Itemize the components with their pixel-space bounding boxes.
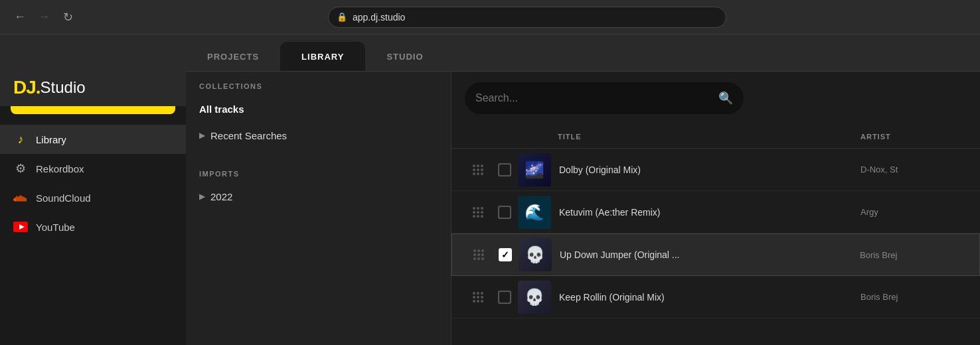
- drag-handle[interactable]: [465, 207, 491, 218]
- search-input[interactable]: [475, 92, 712, 104]
- rekordbox-icon: ⚙: [13, 161, 28, 176]
- imports-label: IMPORTS: [186, 159, 451, 183]
- 2022-label: 2022: [210, 191, 232, 202]
- all-tracks-label: All tracks: [199, 104, 244, 115]
- collection-2022[interactable]: ▶ 2022: [186, 183, 451, 210]
- drag-dots-icon: [473, 249, 484, 260]
- track-artist: D-Nox, St: [860, 165, 967, 174]
- collection-all-tracks[interactable]: All tracks: [186, 96, 451, 122]
- th-artist: ARTIST: [860, 133, 967, 141]
- tab-library[interactable]: LIBRARY: [280, 42, 365, 71]
- table-row[interactable]: 💀 Keep Rollin (Original Mix) Boris Brej: [451, 276, 980, 318]
- track-thumbnail: 🌌: [518, 153, 551, 186]
- drag-handle[interactable]: [465, 292, 491, 303]
- sidebar-label-soundcloud: SoundCloud: [36, 192, 91, 204]
- checkbox-cell[interactable]: ✓: [492, 248, 519, 261]
- top-nav: DJ. Studio PROJECTS LIBRARY STUDIO: [0, 34, 980, 72]
- browser-navigation: ← → ↻: [11, 8, 77, 27]
- drag-dots-icon: [473, 165, 483, 175]
- check-mark-icon: ✓: [501, 249, 509, 260]
- sidebar-label-library: Library: [36, 134, 66, 145]
- track-artist: Argy: [860, 207, 967, 217]
- track-checkbox[interactable]: [498, 163, 511, 176]
- browser-bar: ← → ↻ 🔒 app.dj.studio: [0, 0, 980, 34]
- sidebar-item-rekordbox[interactable]: ⚙ Rekordbox: [0, 154, 186, 183]
- url-text: app.dj.studio: [353, 12, 405, 23]
- table-header: TITLE ARTIST: [451, 125, 980, 149]
- address-bar[interactable]: 🔒 app.dj.studio: [328, 7, 726, 28]
- table-row[interactable]: ✓ 💀 Up Down Jumper (Original ... Boris B…: [451, 234, 980, 276]
- logo: DJ. Studio: [0, 69, 186, 106]
- track-title: Ketuvim (Ae:ther Remix): [559, 207, 860, 218]
- 2022-arrow: ▶: [199, 192, 205, 201]
- youtube-icon: [13, 220, 28, 234]
- collections-label: COLLECTIONS: [186, 72, 451, 96]
- checkbox-cell[interactable]: [491, 291, 518, 304]
- track-checkbox[interactable]: [498, 206, 511, 219]
- recent-searches-label: Recent Searches: [210, 130, 287, 141]
- track-artist: Boris Brej: [860, 292, 967, 302]
- forward-button[interactable]: →: [35, 8, 53, 27]
- track-checkbox[interactable]: ✓: [499, 248, 512, 261]
- track-thumbnail: 💀: [519, 238, 552, 271]
- tab-studio[interactable]: STUDIO: [365, 42, 444, 71]
- drag-handle[interactable]: [465, 165, 491, 175]
- sidebar-item-youtube[interactable]: YouTube: [0, 212, 186, 242]
- track-title: Keep Rollin (Original Mix): [559, 292, 860, 303]
- drag-dots-icon: [473, 207, 483, 218]
- track-thumbnail: 💀: [518, 281, 551, 314]
- app: DJ. Studio PROJECTS LIBRARY STUDIO + Add…: [0, 34, 980, 345]
- collection-recent-searches[interactable]: ▶ Recent Searches: [186, 122, 451, 149]
- back-button[interactable]: ←: [11, 8, 29, 27]
- main-content: + Add tracks ♪ Library ⚙ Rekordbox Sound…: [0, 72, 980, 345]
- drag-handle[interactable]: [465, 249, 492, 260]
- track-checkbox[interactable]: [498, 291, 511, 304]
- sidebar: + Add tracks ♪ Library ⚙ Rekordbox Sound…: [0, 72, 186, 345]
- sidebar-label-youtube: YouTube: [36, 222, 75, 233]
- music-icon: ♪: [13, 132, 28, 147]
- search-container: 🔍: [451, 72, 980, 125]
- soundcloud-icon: [13, 190, 28, 205]
- checkbox-cell[interactable]: [491, 163, 518, 176]
- table-row[interactable]: 🌌 Dolby (Original Mix) D-Nox, St: [451, 149, 980, 191]
- recent-searches-arrow: ▶: [199, 131, 205, 140]
- lock-icon: 🔒: [337, 12, 347, 22]
- sidebar-label-rekordbox: Rekordbox: [36, 163, 84, 174]
- logo-studio: Studio: [41, 78, 86, 97]
- th-title: TITLE: [558, 133, 860, 141]
- track-list: 🌌 Dolby (Original Mix) D-Nox, St: [451, 149, 980, 345]
- track-thumbnail: 🌊: [518, 196, 551, 229]
- search-icon: 🔍: [718, 91, 733, 105]
- track-title: Up Down Jumper (Original ...: [560, 249, 860, 260]
- sidebar-item-library[interactable]: ♪ Library: [0, 125, 186, 154]
- logo-dj: DJ.: [13, 77, 41, 98]
- drag-dots-icon: [473, 292, 483, 303]
- refresh-button[interactable]: ↻: [58, 8, 77, 27]
- search-bar[interactable]: 🔍: [465, 82, 744, 114]
- tab-projects[interactable]: PROJECTS: [186, 42, 280, 71]
- checkbox-cell[interactable]: [491, 206, 518, 219]
- collections-panel: COLLECTIONS All tracks ▶ Recent Searches…: [186, 72, 451, 345]
- table-row[interactable]: 🌊 Ketuvim (Ae:ther Remix) Argy: [451, 191, 980, 234]
- track-artist: Boris Brej: [860, 250, 966, 260]
- imports-section: IMPORTS ▶ 2022: [186, 159, 451, 210]
- track-title: Dolby (Original Mix): [559, 165, 860, 175]
- track-area: 🔍 TITLE ARTIST: [451, 72, 980, 345]
- sidebar-item-soundcloud[interactable]: SoundCloud: [0, 183, 186, 212]
